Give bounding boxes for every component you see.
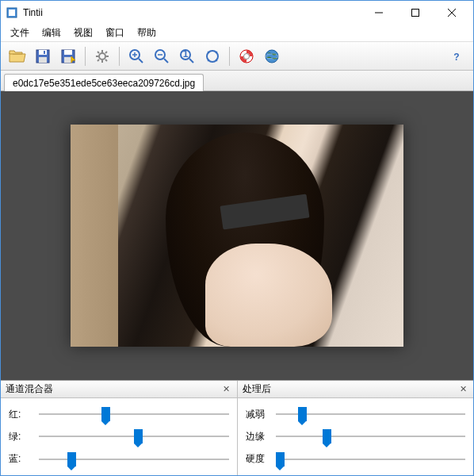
svg-text:?: ?: [453, 52, 459, 63]
panel-header[interactable]: 通道混合器 ✕: [1, 381, 237, 398]
toolbar-separator: [229, 47, 230, 66]
svg-line-21: [97, 60, 99, 61]
slider-row-hardness: 硬度: [246, 450, 466, 469]
web-button[interactable]: [260, 45, 284, 67]
menu-view[interactable]: 视图: [67, 25, 99, 41]
attenuate-slider[interactable]: [276, 406, 466, 422]
slider-row-attenuate: 减弱: [246, 405, 466, 424]
toolbar-separator: [85, 47, 86, 66]
svg-line-27: [164, 59, 168, 63]
channel-mixer-panel: 通道混合器 ✕ 红: 绿: 蓝:: [1, 381, 238, 475]
svg-point-35: [266, 50, 278, 63]
post-process-panel: 处理后 ✕ 减弱 边缘 硬度: [238, 381, 474, 475]
panel-title: 处理后: [243, 382, 458, 396]
panel-close-icon[interactable]: ✕: [221, 384, 232, 395]
minimize-button[interactable]: [361, 1, 397, 25]
maximize-button[interactable]: [397, 1, 434, 25]
slider-label: 绿:: [9, 430, 32, 443]
svg-line-23: [139, 59, 143, 63]
blue-slider[interactable]: [39, 451, 229, 467]
zoom-in-button[interactable]: [124, 45, 148, 67]
help-lifebuoy-button[interactable]: [235, 45, 258, 67]
close-button[interactable]: [434, 1, 470, 25]
slider-label: 边缘: [246, 430, 269, 443]
tab-filename: e0dc17e5e351ede5ce63eeca209726cd.jpg: [13, 78, 195, 89]
panel-close-icon[interactable]: ✕: [457, 384, 468, 395]
save-button[interactable]: [31, 45, 55, 67]
red-slider[interactable]: [39, 406, 229, 422]
image-canvas-area[interactable]: [1, 91, 473, 380]
panel-header[interactable]: 处理后 ✕: [238, 381, 474, 398]
svg-rect-7: [39, 50, 47, 55]
slider-row-blue: 蓝:: [9, 450, 229, 469]
slider-label: 硬度: [246, 452, 269, 466]
slider-row-edge: 边缘: [246, 427, 466, 446]
svg-rect-11: [64, 50, 72, 55]
menu-help[interactable]: 帮助: [131, 25, 162, 41]
svg-line-30: [189, 59, 193, 63]
svg-rect-3: [412, 10, 419, 17]
svg-line-20: [105, 52, 107, 53]
window-title: Tintii: [23, 7, 361, 18]
hardness-slider[interactable]: [276, 451, 466, 467]
svg-rect-9: [44, 51, 45, 54]
bottom-panels: 通道混合器 ✕ 红: 绿: 蓝: 处理后 ✕ 减弱: [1, 380, 473, 475]
toolbar-separator: [119, 47, 120, 66]
svg-line-18: [97, 52, 99, 53]
settings-button[interactable]: [90, 45, 114, 67]
menu-file[interactable]: 文件: [4, 25, 36, 41]
svg-point-13: [99, 53, 105, 60]
tab-strip: e0dc17e5e351ede5ce63eeca209726cd.jpg: [1, 71, 473, 91]
slider-row-green: 绿:: [9, 427, 229, 446]
svg-point-34: [244, 53, 250, 59]
slider-label: 蓝:: [9, 452, 32, 466]
menu-window[interactable]: 窗口: [99, 25, 131, 41]
menu-bar: 文件 编辑 视图 窗口 帮助: [1, 25, 473, 42]
save-as-button[interactable]: [56, 45, 80, 67]
svg-line-19: [105, 60, 107, 61]
svg-rect-8: [39, 57, 47, 63]
title-bar: Tintii: [1, 1, 473, 25]
zoom-out-button[interactable]: [150, 45, 174, 67]
zoom-fit-button[interactable]: [201, 45, 224, 67]
zoom-actual-button[interactable]: 1: [175, 45, 199, 67]
app-icon: [6, 6, 18, 19]
panel-title: 通道混合器: [6, 382, 221, 396]
menu-edit[interactable]: 编辑: [36, 25, 67, 41]
context-help-button[interactable]: ?: [445, 45, 468, 67]
svg-text:1: 1: [183, 48, 189, 60]
svg-rect-1: [9, 10, 15, 16]
green-slider[interactable]: [39, 428, 229, 444]
slider-row-red: 红:: [9, 405, 229, 424]
slider-label: 红:: [9, 408, 32, 421]
toolbar: 1 ?: [1, 42, 473, 71]
slider-label: 减弱: [246, 408, 269, 421]
photo-preview: [71, 125, 403, 347]
open-button[interactable]: [6, 45, 29, 67]
document-tab[interactable]: e0dc17e5e351ede5ce63eeca209726cd.jpg: [4, 74, 204, 91]
edge-slider[interactable]: [276, 428, 466, 444]
